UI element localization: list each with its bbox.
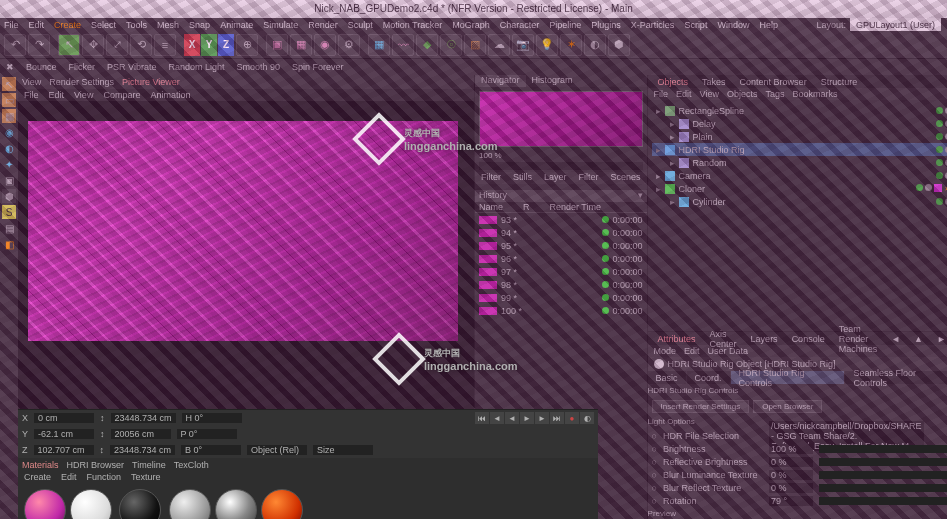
coordinate-bar: X0 cm ↕23448.734 cm H 0° ⏮ ◄ ◄ ► ► ⏭ ● ◐ bbox=[18, 410, 598, 426]
material-item[interactable]: Blury Chrome bbox=[169, 489, 212, 519]
attr-slider[interactable] bbox=[819, 484, 947, 492]
watermark-logo-icon bbox=[372, 332, 426, 386]
material-grid: PlasticPlain WhiteGlossy LacquerBlury Ch… bbox=[18, 483, 598, 519]
attr-slider[interactable] bbox=[819, 458, 947, 466]
material-item[interactable]: Plastic bbox=[24, 489, 66, 519]
play-button[interactable]: ► bbox=[520, 412, 534, 424]
material-item[interactable]: Chrome bbox=[215, 489, 257, 519]
coord-mode-dropdown[interactable]: Object (Rel) bbox=[247, 445, 307, 455]
watermark: 灵感中国lingganchina.com bbox=[380, 340, 518, 378]
watermark: 灵感中国lingganchina.com bbox=[360, 120, 498, 158]
material-item[interactable]: Glossy Lacquer bbox=[116, 489, 165, 519]
x-pos-field[interactable]: 0 cm bbox=[34, 413, 94, 423]
material-item[interactable]: Car Paint bbox=[261, 489, 303, 519]
next-key-button[interactable]: ► bbox=[535, 412, 549, 424]
attr-slider[interactable] bbox=[819, 497, 947, 505]
goto-start-button[interactable]: ⏮ bbox=[475, 412, 489, 424]
material-item[interactable]: Plain White bbox=[70, 489, 112, 519]
goto-end-button[interactable]: ⏭ bbox=[550, 412, 564, 424]
attr-slider[interactable] bbox=[819, 471, 947, 479]
attr-slider[interactable] bbox=[819, 445, 947, 453]
navigator-thumbnail[interactable] bbox=[479, 91, 643, 147]
play-back-button[interactable]: ◄ bbox=[505, 412, 519, 424]
autokey-button[interactable]: ◐ bbox=[580, 412, 594, 424]
watermark-logo-icon bbox=[352, 112, 406, 166]
tab-materials[interactable]: Materials bbox=[22, 460, 59, 470]
record-button[interactable]: ● bbox=[565, 412, 579, 424]
prev-key-button[interactable]: ◄ bbox=[490, 412, 504, 424]
playback-controls: ⏮ ◄ ◄ ► ► ⏭ ● ◐ bbox=[475, 412, 594, 424]
